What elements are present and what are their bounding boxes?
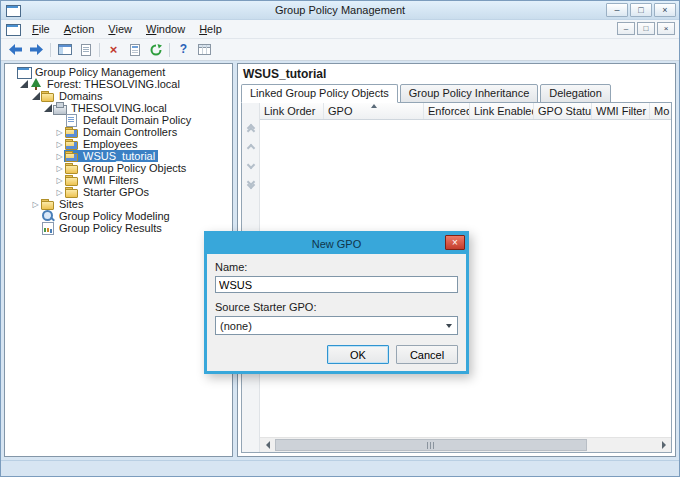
scrollbar-grip-icon — [427, 442, 435, 449]
maximize-button[interactable]: □ — [630, 3, 652, 17]
ok-button[interactable]: OK — [327, 345, 389, 364]
forward-icon[interactable] — [26, 40, 47, 59]
column-header-gpo[interactable]: GPO — [324, 103, 424, 119]
tab-linked-group-policy-objects[interactable]: Linked Group Policy Objects — [241, 84, 398, 103]
toolbar-separator — [169, 43, 170, 57]
results-icon — [41, 222, 55, 234]
dialog-buttons: OK Cancel — [215, 345, 458, 364]
folder-icon — [65, 162, 79, 174]
ou-folder-icon — [65, 126, 79, 138]
tree-item-group-policy-objects[interactable]: Group Policy Objects — [5, 162, 232, 174]
folder-icon — [41, 198, 55, 210]
menu-help[interactable]: Help — [192, 21, 229, 37]
pane-title: WSUS_tutorial — [238, 64, 675, 84]
table-header: Link Order GPO Enforced Link Enabled GPO… — [260, 103, 671, 120]
folder-icon — [65, 186, 79, 198]
tree-item-domain[interactable]: THESOLVING.local — [5, 102, 232, 114]
dialog-close-button[interactable]: × — [445, 235, 465, 250]
move-link-to-top-button[interactable] — [248, 125, 254, 134]
column-header-link-order[interactable]: Link Order — [260, 103, 324, 119]
tree-item-forest[interactable]: Forest: THESOLVING.local — [5, 78, 232, 90]
tree-item-root[interactable]: Group Policy Management — [5, 66, 232, 78]
toolbar-separator — [99, 43, 100, 57]
tree-item-starter-gpos[interactable]: Starter GPOs — [5, 186, 232, 198]
expand-icon[interactable] — [55, 176, 64, 185]
minimize-button[interactable]: – — [606, 3, 628, 17]
move-link-to-bottom-button[interactable] — [248, 179, 254, 188]
chevron-down-icon — [446, 324, 452, 328]
menu-bar: File Action View Window Help – □ × — [1, 20, 679, 39]
expand-icon[interactable] — [55, 152, 64, 161]
delete-icon[interactable]: × — [103, 40, 124, 59]
column-header-modified[interactable]: Mo — [650, 103, 671, 119]
source-starter-gpo-label: Source Starter GPO: — [215, 301, 458, 313]
scrollbar-track[interactable] — [275, 438, 656, 452]
tree-item-domains[interactable]: Domains — [5, 90, 232, 102]
app-icon — [6, 4, 20, 16]
horizontal-scrollbar[interactable] — [260, 437, 671, 452]
move-link-down-button[interactable] — [248, 162, 254, 168]
tab-strip: Linked Group Policy Objects Group Policy… — [238, 84, 675, 103]
scrollbar-thumb[interactable] — [275, 439, 587, 451]
gpo-icon — [65, 114, 79, 126]
title-bar[interactable]: Group Policy Management – □ × — [1, 1, 679, 20]
menu-view[interactable]: View — [101, 21, 139, 37]
column-header-enforced[interactable]: Enforced — [424, 103, 470, 119]
dialog-title-bar[interactable]: New GPO × — [207, 234, 466, 254]
columns-icon[interactable] — [194, 40, 215, 59]
column-header-wmi-filter[interactable]: WMI Filter — [592, 103, 650, 119]
tree-item-employees[interactable]: Employees — [5, 138, 232, 150]
tree-item-group-policy-results[interactable]: Group Policy Results — [5, 222, 232, 234]
expand-icon[interactable] — [55, 128, 64, 137]
sort-ascending-icon — [371, 104, 377, 108]
scroll-right-button[interactable] — [656, 438, 671, 452]
ou-folder-icon — [65, 150, 79, 162]
new-gpo-dialog: New GPO × Name: Source Starter GPO: (non… — [204, 231, 469, 374]
selected-option: (none) — [220, 320, 252, 332]
tree-item-domain-controllers[interactable]: Domain Controllers — [5, 126, 232, 138]
source-starter-gpo-select[interactable]: (none) — [215, 316, 458, 335]
content-area: Group Policy Management Forest: THESOLVI… — [1, 61, 679, 460]
child-minimize-button[interactable]: – — [617, 22, 635, 35]
expand-icon[interactable] — [55, 188, 64, 197]
child-restore-button[interactable]: □ — [637, 22, 655, 35]
close-button[interactable]: × — [654, 3, 676, 17]
folder-icon — [41, 90, 55, 102]
collapse-icon[interactable] — [19, 80, 28, 88]
refresh-icon[interactable] — [145, 40, 166, 59]
properties-icon[interactable] — [124, 40, 145, 59]
menu-file[interactable]: File — [25, 21, 57, 37]
menu-action[interactable]: Action — [57, 21, 102, 37]
scroll-left-button[interactable] — [260, 438, 275, 452]
collapse-icon[interactable] — [31, 92, 40, 100]
tab-group-policy-inheritance[interactable]: Group Policy Inheritance — [400, 84, 538, 103]
column-header-gpo-status[interactable]: GPO Status — [534, 103, 592, 119]
expand-icon[interactable] — [55, 140, 64, 149]
menu-window[interactable]: Window — [139, 21, 192, 37]
show-console-tree-icon[interactable] — [54, 40, 75, 59]
folder-icon — [65, 174, 79, 186]
expand-icon[interactable] — [55, 164, 64, 173]
gpo-name-input[interactable] — [215, 276, 458, 293]
ou-folder-icon — [65, 138, 79, 150]
move-link-up-button[interactable] — [248, 145, 254, 151]
export-list-icon[interactable] — [75, 40, 96, 59]
back-icon[interactable] — [5, 40, 26, 59]
help-icon[interactable]: ? — [173, 40, 194, 59]
collapse-icon[interactable] — [43, 104, 52, 112]
group-policy-management-window: Group Policy Management – □ × File Actio… — [0, 0, 680, 477]
expand-icon[interactable] — [31, 200, 40, 209]
domain-icon — [53, 102, 67, 114]
tree-item-group-policy-modeling[interactable]: Group Policy Modeling — [5, 210, 232, 222]
name-label: Name: — [215, 261, 458, 273]
tree-item-wmi-filters[interactable]: WMI Filters — [5, 174, 232, 186]
child-close-button[interactable]: × — [657, 22, 675, 35]
tree-item-default-domain-policy[interactable]: Default Domain Policy — [5, 114, 232, 126]
tab-delegation[interactable]: Delegation — [540, 84, 611, 103]
cancel-button[interactable]: Cancel — [396, 345, 458, 364]
column-header-link-enabled[interactable]: Link Enabled — [470, 103, 534, 119]
console-tree: Group Policy Management Forest: THESOLVI… — [4, 63, 233, 457]
tree-item-sites[interactable]: Sites — [5, 198, 232, 210]
tree-item-wsus-tutorial[interactable]: WSUS_tutorial — [5, 150, 232, 162]
window-title: Group Policy Management — [275, 4, 405, 16]
